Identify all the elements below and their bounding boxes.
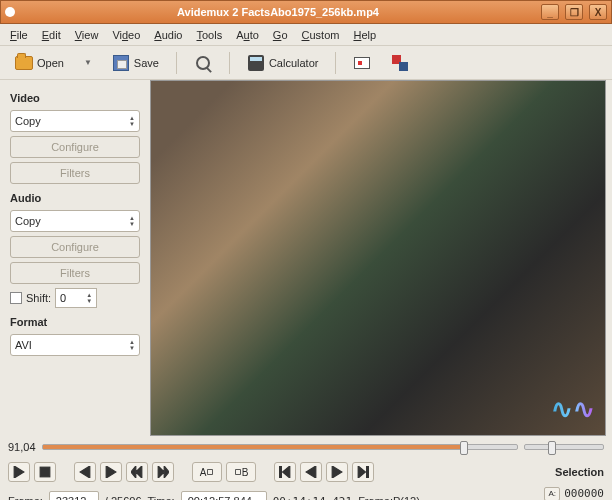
set-marker-b-button[interactable]: B: [226, 462, 256, 482]
svg-rect-3: [279, 466, 281, 478]
info-button[interactable]: [187, 49, 219, 77]
calculator-button[interactable]: Calculator: [240, 49, 326, 77]
side-panel: Video Copy▲▼ Configure Filters Audio Cop…: [0, 80, 150, 436]
goto-end-button[interactable]: [352, 462, 374, 482]
menu-file[interactable]: File: [10, 29, 28, 41]
spin-icon: ▲▼: [86, 292, 92, 304]
selection-heading: Selection: [555, 466, 604, 478]
progress-fill: [43, 445, 461, 449]
format-select[interactable]: AVI▲▼: [10, 334, 140, 356]
spin-icon: ▲▼: [129, 215, 135, 227]
presentation-icon: [354, 57, 370, 69]
slider-thumb[interactable]: [460, 441, 468, 455]
duration-text: 00:14:14.421: [273, 495, 352, 501]
frame-input[interactable]: 23312: [49, 491, 99, 500]
audio-codec-value: Copy: [15, 215, 129, 227]
menu-audio[interactable]: Audio: [154, 29, 182, 41]
spin-icon: ▲▼: [129, 339, 135, 351]
selection-a-value: 000000: [564, 487, 604, 500]
marker-a-button[interactable]: A:: [544, 487, 560, 501]
next-keyframe-button[interactable]: [152, 462, 174, 482]
audio-filters-button[interactable]: Filters: [10, 262, 140, 284]
goto-start-button[interactable]: [274, 462, 296, 482]
next-frame-button[interactable]: [100, 462, 122, 482]
svg-rect-4: [367, 466, 369, 478]
stop-button[interactable]: [34, 462, 56, 482]
audio-codec-select[interactable]: Copy▲▼: [10, 210, 140, 232]
time-input[interactable]: 00:12:57.844: [181, 491, 267, 500]
calculator-icon: [248, 55, 264, 71]
video-filters-button[interactable]: Filters: [10, 162, 140, 184]
time-label: Time:: [148, 495, 175, 500]
menu-custom[interactable]: Custom: [302, 29, 340, 41]
video-codec-value: Copy: [15, 115, 129, 127]
timeline-slider[interactable]: [42, 444, 518, 450]
audio-configure-button[interactable]: Configure: [10, 236, 140, 258]
menu-help[interactable]: Help: [353, 29, 376, 41]
floppy-icon: [113, 55, 129, 71]
frame-total: / 25606: [105, 495, 142, 500]
save-button[interactable]: Save: [105, 49, 166, 77]
menu-auto[interactable]: Auto: [236, 29, 259, 41]
svg-rect-0: [40, 467, 50, 477]
maximize-button[interactable]: ❐: [565, 4, 583, 20]
folder-icon: [15, 56, 33, 70]
menu-bar: File Edit View Video Audio Tools Auto Go…: [0, 24, 612, 46]
format-heading: Format: [10, 316, 140, 328]
shift-checkbox[interactable]: [10, 292, 22, 304]
presentation-button[interactable]: [346, 49, 378, 77]
shift-input[interactable]: 0▲▼: [55, 288, 97, 308]
video-heading: Video: [10, 92, 140, 104]
menu-video[interactable]: Video: [112, 29, 140, 41]
prev-keyframe-button[interactable]: [126, 462, 148, 482]
play-button[interactable]: [8, 462, 30, 482]
prev-frame-button[interactable]: [74, 462, 96, 482]
secondary-slider[interactable]: [524, 444, 604, 450]
set-marker-a-button[interactable]: A: [192, 462, 222, 482]
video-preview: ∿∿: [150, 80, 606, 436]
minimize-button[interactable]: _: [541, 4, 559, 20]
frame-type-text: Frame:P(12): [358, 495, 420, 500]
audio-heading: Audio: [10, 192, 140, 204]
toolbar: Open ▼ Save Calculator: [0, 46, 612, 80]
window-title: Avidemux 2 FactsAbo1975_256kb.mp4: [21, 6, 535, 18]
menu-tools[interactable]: Tools: [196, 29, 222, 41]
video-configure-button[interactable]: Configure: [10, 136, 140, 158]
squares-button[interactable]: [384, 49, 416, 77]
menu-go[interactable]: Go: [273, 29, 288, 41]
open-button[interactable]: Open: [8, 49, 71, 77]
watermark-logo: ∿∿: [551, 394, 595, 425]
open-label: Open: [37, 57, 64, 69]
svg-rect-1: [208, 470, 213, 475]
save-label: Save: [134, 57, 159, 69]
frame-label: Frame:: [8, 495, 43, 500]
close-button[interactable]: X: [589, 4, 607, 20]
menu-view[interactable]: View: [75, 29, 99, 41]
slider-thumb[interactable]: [548, 441, 556, 455]
menu-edit[interactable]: Edit: [42, 29, 61, 41]
shift-label: Shift:: [26, 292, 51, 304]
squares-icon: [392, 55, 408, 71]
separator: [176, 52, 177, 74]
video-codec-select[interactable]: Copy▲▼: [10, 110, 140, 132]
goto-marker-a-button[interactable]: [300, 462, 322, 482]
chevron-down-icon: ▼: [84, 58, 92, 67]
separator: [335, 52, 336, 74]
open-dropdown[interactable]: ▼: [77, 53, 99, 72]
svg-rect-2: [235, 470, 240, 475]
spin-icon: ▲▼: [129, 115, 135, 127]
app-icon: [5, 7, 15, 17]
goto-marker-b-button[interactable]: [326, 462, 348, 482]
shift-value: 0: [60, 292, 86, 304]
calculator-label: Calculator: [269, 57, 319, 69]
title-bar: Avidemux 2 FactsAbo1975_256kb.mp4 _ ❐ X: [0, 0, 612, 24]
separator: [229, 52, 230, 74]
format-value: AVI: [15, 339, 129, 351]
slider-position: 91,04: [8, 441, 36, 453]
magnifier-icon: [196, 56, 210, 70]
